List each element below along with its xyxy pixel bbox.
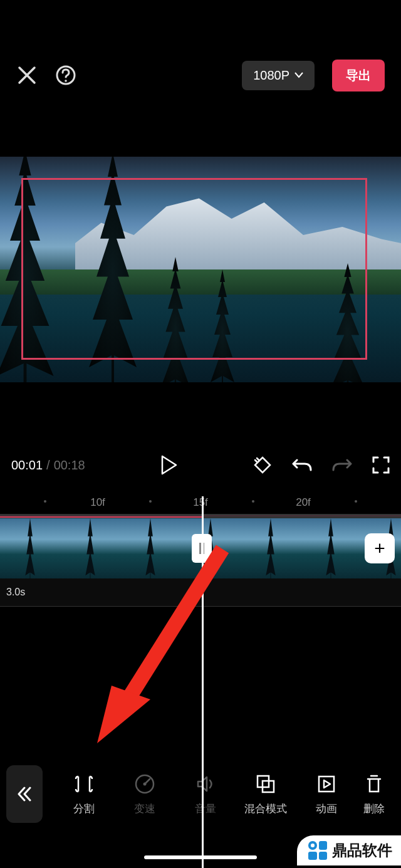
toolbar-speed-label: 变速 (134, 802, 155, 816)
keyframe-button[interactable] (253, 456, 272, 474)
redo-icon (332, 456, 352, 474)
help-icon (55, 65, 76, 86)
toolbar-volume-label: 音量 (195, 802, 216, 816)
volume-icon (194, 773, 217, 795)
total-time: 00:18 (54, 458, 85, 473)
toolbar-animation-label: 动画 (316, 802, 337, 816)
top-bar: 1080P 导出 (0, 56, 401, 94)
svg-point-1 (65, 80, 67, 82)
resolution-label: 1080P (253, 68, 289, 83)
current-time: 00:01 (11, 458, 43, 473)
toolbar-delete-label: 删除 (363, 802, 385, 816)
toolbar-blend[interactable]: 混合模式 (237, 773, 294, 816)
watermark: 鼎品软件 (297, 835, 401, 865)
playhead[interactable] (202, 496, 204, 868)
selection-frame[interactable] (21, 178, 367, 360)
bottom-toolbar: 分割 变速 音量 混合模式 动画 删除 (0, 758, 401, 830)
time-separator: / (46, 458, 50, 473)
speed-icon (133, 773, 156, 795)
svg-point-7 (143, 782, 146, 785)
clip-thumbnail[interactable] (0, 518, 60, 578)
overlay-track[interactable]: 3.0s (0, 578, 401, 607)
split-icon (73, 773, 95, 795)
toolbar-speed[interactable]: 变速 (116, 773, 174, 816)
delete-icon (363, 773, 385, 795)
watermark-icon (308, 841, 327, 860)
clip-thumbnail[interactable] (120, 518, 180, 578)
chevron-left-double-icon (16, 785, 33, 803)
video-track[interactable]: + (0, 518, 401, 578)
watermark-text: 鼎品软件 (332, 840, 392, 860)
blend-icon (254, 773, 277, 795)
svg-rect-2 (199, 543, 201, 554)
toolbar-delete[interactable]: 删除 (358, 773, 390, 816)
toolbar-volume[interactable]: 音量 (177, 773, 234, 816)
svg-marker-5 (97, 686, 150, 743)
undo-button[interactable] (292, 456, 312, 474)
toolbar-blend-label: 混合模式 (244, 802, 287, 816)
undo-icon (292, 456, 312, 474)
close-button[interactable] (16, 65, 38, 86)
close-icon (16, 65, 38, 86)
fullscreen-button[interactable] (372, 456, 390, 474)
timeline[interactable]: 10f 15f 20f + 3.0s (0, 496, 401, 607)
resolution-selector[interactable]: 1080P (242, 61, 315, 90)
plus-icon: + (374, 538, 385, 559)
time-display: 00:01 / 00:18 (11, 458, 85, 473)
clip-thumbnail[interactable] (301, 518, 361, 578)
toolbar-split[interactable]: 分割 (55, 773, 113, 816)
ruler-tick: 15f (193, 496, 208, 509)
clip-thumbnail[interactable] (241, 518, 301, 578)
chevron-down-icon (294, 72, 303, 78)
toolbar-split-label: 分割 (73, 802, 95, 816)
add-clip-button[interactable]: + (365, 533, 395, 563)
overlay-duration: 3.0s (6, 587, 25, 598)
toolbar-animation[interactable]: 动画 (298, 773, 355, 816)
toolbar-back-button[interactable] (6, 765, 43, 823)
ruler-tick: 20f (296, 496, 311, 509)
help-button[interactable] (55, 65, 76, 86)
home-indicator (144, 855, 257, 859)
clip-thumbnail[interactable] (60, 518, 120, 578)
top-left-group (16, 65, 224, 86)
export-label: 导出 (346, 68, 371, 82)
fullscreen-icon (372, 456, 390, 474)
redo-button[interactable] (332, 456, 352, 474)
playback-controls: 00:01 / 00:18 (0, 450, 401, 480)
tracks-container: + 3.0s (0, 514, 401, 607)
play-button[interactable] (160, 455, 178, 475)
video-preview[interactable] (0, 157, 401, 382)
time-ruler[interactable]: 10f 15f 20f (0, 496, 401, 514)
export-button[interactable]: 导出 (332, 60, 385, 92)
svg-rect-10 (319, 776, 334, 792)
ruler-tick: 10f (90, 496, 105, 509)
animation-icon (315, 773, 338, 795)
play-icon (160, 455, 178, 475)
keyframe-icon (253, 456, 272, 474)
